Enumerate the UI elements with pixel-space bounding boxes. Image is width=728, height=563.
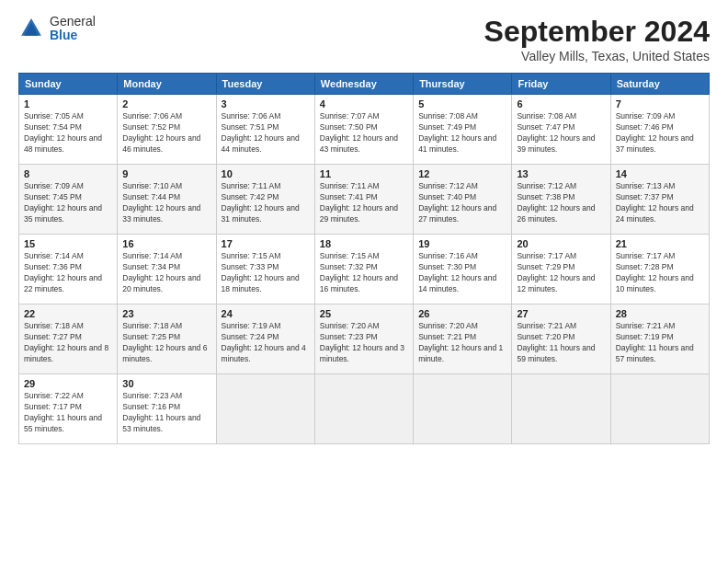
calendar-cell: 4 Sunrise: 7:07 AMSunset: 7:50 PMDayligh… [314, 95, 413, 165]
calendar-cell: 29 Sunrise: 7:22 AMSunset: 7:17 PMDaylig… [19, 374, 118, 444]
day-number: 16 [122, 238, 210, 249]
col-wednesday: Wednesday [314, 74, 413, 95]
calendar-cell: 22 Sunrise: 7:18 AMSunset: 7:27 PMDaylig… [19, 304, 118, 374]
day-number: 13 [517, 168, 605, 179]
day-info: Sunrise: 7:09 AMSunset: 7:46 PMDaylight:… [616, 111, 704, 155]
day-info: Sunrise: 7:16 AMSunset: 7:30 PMDaylight:… [418, 251, 506, 295]
logo: General Blue [18, 15, 96, 43]
day-info: Sunrise: 7:15 AMSunset: 7:33 PMDaylight:… [222, 251, 310, 295]
col-saturday: Saturday [610, 74, 709, 95]
calendar-cell: 17 Sunrise: 7:15 AMSunset: 7:33 PMDaylig… [216, 235, 314, 304]
logo-general: General [50, 15, 96, 29]
day-number: 24 [222, 308, 310, 319]
day-number: 26 [418, 308, 506, 319]
day-number: 15 [24, 238, 112, 249]
day-number: 20 [517, 238, 605, 249]
calendar-cell [216, 374, 314, 444]
day-info: Sunrise: 7:05 AMSunset: 7:54 PMDaylight:… [24, 111, 112, 155]
calendar-cell: 12 Sunrise: 7:12 AMSunset: 7:40 PMDaylig… [414, 165, 512, 235]
day-info: Sunrise: 7:08 AMSunset: 7:49 PMDaylight:… [418, 111, 506, 155]
day-info: Sunrise: 7:22 AMSunset: 7:17 PMDaylight:… [24, 391, 112, 435]
day-info: Sunrise: 7:11 AMSunset: 7:42 PMDaylight:… [222, 181, 310, 225]
day-number: 22 [24, 308, 112, 319]
logo-blue: Blue [50, 29, 96, 42]
day-info: Sunrise: 7:17 AMSunset: 7:29 PMDaylight:… [517, 251, 605, 295]
day-number: 3 [222, 98, 310, 109]
day-number: 29 [24, 378, 112, 389]
calendar-cell: 6 Sunrise: 7:08 AMSunset: 7:47 PMDayligh… [512, 95, 610, 165]
calendar-cell: 19 Sunrise: 7:16 AMSunset: 7:30 PMDaylig… [414, 235, 512, 304]
day-info: Sunrise: 7:18 AMSunset: 7:27 PMDaylight:… [24, 321, 112, 365]
day-info: Sunrise: 7:20 AMSunset: 7:21 PMDaylight:… [418, 321, 506, 365]
calendar-cell: 10 Sunrise: 7:11 AMSunset: 7:42 PMDaylig… [216, 165, 314, 235]
day-number: 8 [24, 168, 112, 179]
calendar: Sunday Monday Tuesday Wednesday Thursday… [18, 73, 710, 444]
title-block: September 2024 Valley Mills, Texas, Unit… [484, 15, 710, 63]
logo-icon [18, 16, 44, 41]
col-tuesday: Tuesday [216, 74, 314, 95]
day-info: Sunrise: 7:07 AMSunset: 7:50 PMDaylight:… [320, 111, 408, 155]
day-info: Sunrise: 7:09 AMSunset: 7:45 PMDaylight:… [24, 181, 112, 225]
calendar-cell: 13 Sunrise: 7:12 AMSunset: 7:38 PMDaylig… [512, 165, 610, 235]
calendar-cell: 30 Sunrise: 7:23 AMSunset: 7:16 PMDaylig… [118, 374, 216, 444]
calendar-cell: 9 Sunrise: 7:10 AMSunset: 7:44 PMDayligh… [118, 165, 216, 235]
day-number: 23 [122, 308, 210, 319]
day-number: 14 [616, 168, 704, 179]
day-number: 1 [24, 98, 112, 109]
day-info: Sunrise: 7:13 AMSunset: 7:37 PMDaylight:… [616, 181, 704, 225]
calendar-cell: 14 Sunrise: 7:13 AMSunset: 7:37 PMDaylig… [610, 165, 709, 235]
calendar-cell: 5 Sunrise: 7:08 AMSunset: 7:49 PMDayligh… [414, 95, 512, 165]
day-number: 28 [616, 308, 704, 319]
day-number: 27 [517, 308, 605, 319]
day-info: Sunrise: 7:14 AMSunset: 7:34 PMDaylight:… [122, 251, 210, 295]
calendar-cell: 15 Sunrise: 7:14 AMSunset: 7:36 PMDaylig… [19, 235, 118, 304]
calendar-cell: 26 Sunrise: 7:20 AMSunset: 7:21 PMDaylig… [414, 304, 512, 374]
day-info: Sunrise: 7:20 AMSunset: 7:23 PMDaylight:… [320, 321, 408, 365]
day-info: Sunrise: 7:11 AMSunset: 7:41 PMDaylight:… [320, 181, 408, 225]
day-info: Sunrise: 7:14 AMSunset: 7:36 PMDaylight:… [24, 251, 112, 295]
col-friday: Friday [512, 74, 610, 95]
day-number: 5 [418, 98, 506, 109]
day-number: 2 [122, 98, 210, 109]
col-monday: Monday [118, 74, 216, 95]
calendar-cell: 18 Sunrise: 7:15 AMSunset: 7:32 PMDaylig… [314, 235, 413, 304]
calendar-cell: 2 Sunrise: 7:06 AMSunset: 7:52 PMDayligh… [118, 95, 216, 165]
calendar-cell [314, 374, 413, 444]
day-info: Sunrise: 7:06 AMSunset: 7:51 PMDaylight:… [222, 111, 310, 155]
day-info: Sunrise: 7:23 AMSunset: 7:16 PMDaylight:… [122, 391, 210, 435]
col-sunday: Sunday [19, 74, 118, 95]
day-number: 10 [222, 168, 310, 179]
day-info: Sunrise: 7:21 AMSunset: 7:20 PMDaylight:… [517, 321, 605, 365]
day-number: 21 [616, 238, 704, 249]
calendar-cell: 16 Sunrise: 7:14 AMSunset: 7:34 PMDaylig… [118, 235, 216, 304]
day-info: Sunrise: 7:15 AMSunset: 7:32 PMDaylight:… [320, 251, 408, 295]
location: Valley Mills, Texas, United States [484, 49, 710, 63]
calendar-cell: 24 Sunrise: 7:19 AMSunset: 7:24 PMDaylig… [216, 304, 314, 374]
calendar-cell: 23 Sunrise: 7:18 AMSunset: 7:25 PMDaylig… [118, 304, 216, 374]
col-thursday: Thursday [414, 74, 512, 95]
calendar-cell: 21 Sunrise: 7:17 AMSunset: 7:28 PMDaylig… [610, 235, 709, 304]
calendar-cell: 1 Sunrise: 7:05 AMSunset: 7:54 PMDayligh… [19, 95, 118, 165]
calendar-cell: 8 Sunrise: 7:09 AMSunset: 7:45 PMDayligh… [19, 165, 118, 235]
day-info: Sunrise: 7:06 AMSunset: 7:52 PMDaylight:… [122, 111, 210, 155]
calendar-cell [610, 374, 709, 444]
day-number: 6 [517, 98, 605, 109]
day-info: Sunrise: 7:08 AMSunset: 7:47 PMDaylight:… [517, 111, 605, 155]
day-info: Sunrise: 7:12 AMSunset: 7:40 PMDaylight:… [418, 181, 506, 225]
day-number: 9 [122, 168, 210, 179]
calendar-cell [414, 374, 512, 444]
calendar-cell: 3 Sunrise: 7:06 AMSunset: 7:51 PMDayligh… [216, 95, 314, 165]
calendar-cell: 27 Sunrise: 7:21 AMSunset: 7:20 PMDaylig… [512, 304, 610, 374]
day-info: Sunrise: 7:17 AMSunset: 7:28 PMDaylight:… [616, 251, 704, 295]
day-number: 7 [616, 98, 704, 109]
calendar-cell: 7 Sunrise: 7:09 AMSunset: 7:46 PMDayligh… [610, 95, 709, 165]
calendar-cell: 25 Sunrise: 7:20 AMSunset: 7:23 PMDaylig… [314, 304, 413, 374]
calendar-cell: 20 Sunrise: 7:17 AMSunset: 7:29 PMDaylig… [512, 235, 610, 304]
day-number: 17 [222, 238, 310, 249]
calendar-cell [512, 374, 610, 444]
day-info: Sunrise: 7:10 AMSunset: 7:44 PMDaylight:… [122, 181, 210, 225]
day-info: Sunrise: 7:12 AMSunset: 7:38 PMDaylight:… [517, 181, 605, 225]
day-number: 19 [418, 238, 506, 249]
day-info: Sunrise: 7:18 AMSunset: 7:25 PMDaylight:… [122, 321, 210, 365]
day-number: 11 [320, 168, 408, 179]
